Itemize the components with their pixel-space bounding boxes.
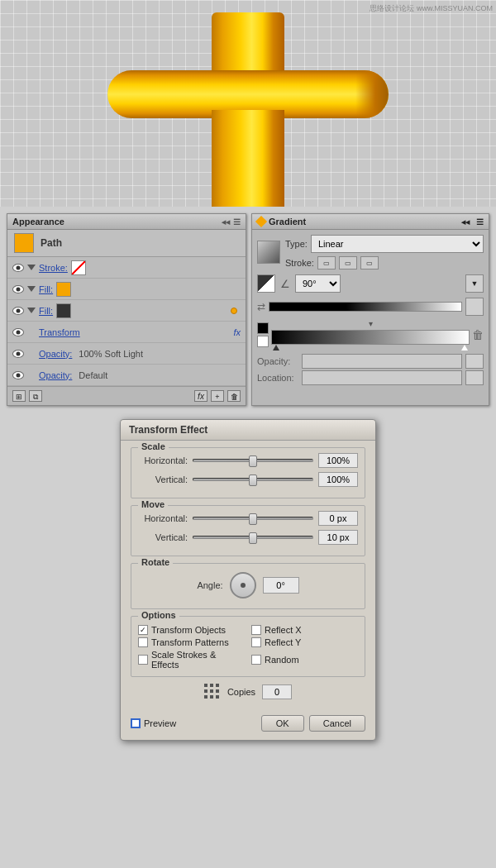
eye-icon-stroke[interactable] — [12, 264, 24, 272]
black-swatch-left[interactable] — [257, 322, 269, 334]
options-grid: ✓ Transform Objects Reflect X Transform … — [138, 625, 358, 670]
cb-reflect-x-box[interactable] — [251, 625, 261, 635]
move-section: Move Horizontal: Vertical: — [131, 505, 365, 556]
scale-v-input[interactable] — [318, 472, 358, 487]
scale-v-thumb[interactable] — [249, 475, 257, 486]
move-horizontal-row: Horizontal: — [138, 511, 358, 526]
stroke-label[interactable]: Stroke: — [39, 263, 68, 273]
eye-icon-opacity1[interactable] — [12, 350, 24, 358]
type-row: Type: Linear Stroke: ▭ ▭ ▭ — [257, 235, 484, 269]
gradient-panel: Gradient ◂◂ ☰ Type: Linear Str — [251, 213, 489, 406]
cb-scale-strokes-box[interactable] — [138, 655, 148, 665]
cb-transform-objects-box[interactable]: ✓ — [138, 625, 148, 635]
scale-v-track[interactable] — [193, 478, 313, 481]
shape-graphic — [107, 12, 389, 194]
connector-dot — [231, 308, 237, 314]
eye-icon-opacity2[interactable] — [12, 371, 24, 379]
cb-random: Random — [251, 650, 358, 670]
reverse-select[interactable]: ▼ — [465, 274, 484, 293]
opacity-dropdown[interactable] — [465, 354, 484, 369]
stroke-btn2[interactable]: ▭ — [339, 256, 357, 269]
add-item-icon[interactable]: + — [211, 390, 224, 402]
options-section: Options ✓ Transform Objects Reflect X Tr… — [131, 616, 365, 677]
fx-footer-icon[interactable]: fx — [194, 390, 207, 402]
ok-button[interactable]: OK — [261, 715, 304, 732]
location-input[interactable] — [302, 370, 462, 385]
move-v-track[interactable] — [193, 536, 313, 539]
move-h-input[interactable] — [318, 511, 358, 526]
preview-label: Preview — [144, 718, 176, 728]
opacity-input[interactable] — [302, 354, 462, 369]
gradient-bar-container: ▾ — [271, 319, 470, 351]
gradient-title: Gradient — [269, 217, 306, 227]
appearance-panel: Appearance ◂◂ ☰ Path Stroke: Fill: — [7, 213, 246, 406]
scale-h-thumb[interactable] — [249, 455, 257, 467]
titlebar-icons: ◂◂ ☰ — [222, 217, 241, 227]
cb-reflect-y-label: Reflect Y — [265, 637, 301, 647]
cb-random-label: Random — [265, 655, 299, 665]
copies-label: Copies — [227, 687, 255, 697]
gradient-arrow: ▾ — [271, 319, 470, 328]
move-h-thumb[interactable] — [249, 513, 257, 525]
gradient-preview — [257, 241, 280, 264]
white-swatch-left[interactable] — [257, 336, 269, 347]
move-h-track[interactable] — [193, 517, 313, 520]
type-select[interactable]: Linear — [311, 235, 484, 253]
eye-icon-transform[interactable] — [12, 328, 24, 336]
fill2-label[interactable]: Fill: — [39, 306, 53, 316]
gradient-titlebar: Gradient ◂◂ ☰ — [252, 214, 489, 230]
eye-icon-fill1[interactable] — [12, 285, 24, 293]
cb-random-box[interactable] — [251, 655, 261, 665]
stroke-btn3[interactable]: ▭ — [360, 256, 379, 269]
type-label: Type: — [285, 239, 308, 249]
rotate-section: Rotate Angle: — [131, 563, 365, 609]
expand-stroke[interactable] — [27, 265, 36, 270]
copies-input[interactable] — [262, 684, 292, 699]
opacity1-label[interactable]: Opacity: — [27, 349, 72, 359]
copies-row: Copies — [131, 684, 365, 700]
stroke-btn1[interactable]: ▭ — [317, 256, 336, 269]
dialog-footer: Preview OK Cancel — [121, 710, 375, 732]
panels-row: Appearance ◂◂ ☰ Path Stroke: Fill: — [0, 207, 496, 409]
move-v-input[interactable] — [318, 530, 358, 545]
scale-v-label: Vertical: — [138, 475, 188, 484]
location-dropdown[interactable] — [465, 370, 484, 385]
expand-fill2[interactable] — [27, 308, 36, 313]
duplicate-icon[interactable]: ⧉ — [29, 390, 42, 402]
collapse-icon2[interactable]: ◂◂ — [461, 217, 470, 227]
menu-icon2[interactable]: ☰ — [476, 217, 484, 227]
angle-dial[interactable] — [230, 572, 256, 599]
move-v-thumb[interactable] — [249, 532, 257, 544]
rotate-legend: Rotate — [138, 557, 173, 567]
angle-input[interactable] — [263, 577, 299, 594]
move-v-label: Vertical: — [138, 532, 188, 542]
cb-reflect-y-box[interactable] — [251, 637, 261, 647]
opacity2-label[interactable]: Opacity: — [27, 370, 72, 380]
collapse-icon[interactable]: ◂◂ — [222, 217, 230, 227]
cb-transform-patterns-box[interactable] — [138, 637, 148, 647]
left-controls — [257, 322, 269, 347]
scale-h-input[interactable] — [318, 453, 358, 468]
stop-white[interactable] — [461, 345, 468, 351]
menu-icon[interactable]: ☰ — [233, 217, 241, 227]
eye-icon-fill2[interactable] — [12, 307, 24, 315]
new-layer-icon[interactable]: ⊞ — [12, 390, 26, 402]
gradient-stops — [271, 345, 470, 351]
trash-icon[interactable]: 🗑 — [472, 328, 484, 341]
cancel-button[interactable]: Cancel — [309, 715, 365, 732]
expand-fill1[interactable] — [27, 286, 36, 292]
cb-transform-objects: ✓ Transform Objects — [138, 625, 245, 635]
reverse-dropdown[interactable] — [465, 298, 484, 316]
fill1-swatch — [56, 282, 71, 297]
angle-select[interactable]: 90° — [295, 274, 341, 293]
scale-h-track[interactable] — [193, 459, 313, 462]
preview-checkbox[interactable] — [131, 718, 141, 728]
stop-black[interactable] — [273, 345, 279, 351]
transform-label[interactable]: Transform — [27, 327, 230, 337]
path-row: Path — [7, 230, 246, 257]
scale-horizontal-row: Horizontal: — [138, 453, 358, 468]
fill1-label[interactable]: Fill: — [39, 284, 53, 294]
angle-symbol: ∠ — [280, 278, 290, 290]
appearance-titlebar: Appearance ◂◂ ☰ — [7, 214, 246, 230]
delete-icon[interactable]: 🗑 — [227, 390, 241, 402]
